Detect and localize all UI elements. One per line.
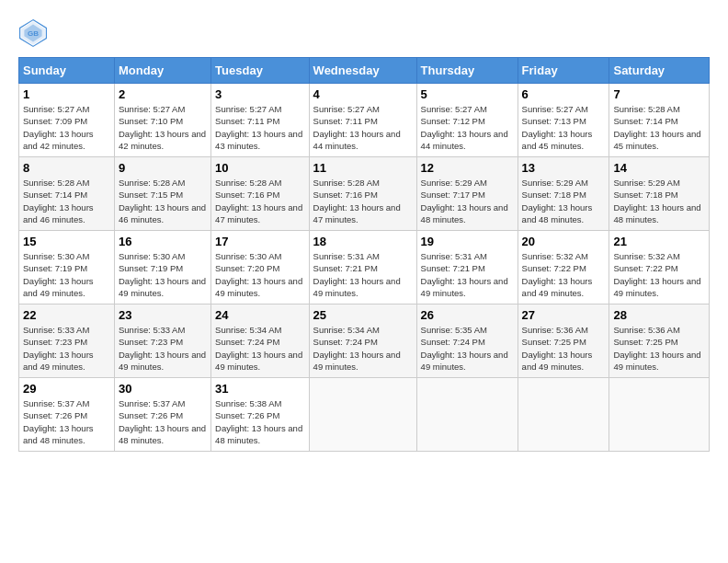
day-info: Sunrise: 5:35 AM Sunset: 7:24 PM Dayligh… — [421, 324, 514, 373]
empty-cell — [309, 378, 416, 452]
day-number: 24 — [215, 308, 305, 322]
sunrise-label: Sunrise: 5:32 AM — [613, 250, 705, 262]
sunset-label: Sunset: 7:24 PM — [313, 336, 413, 348]
sunset-label: Sunset: 7:18 PM — [613, 189, 705, 201]
day-number: 10 — [215, 161, 305, 175]
sunset-label: Sunset: 7:09 PM — [23, 115, 110, 127]
daylight-label: Daylight: 13 hours and 42 minutes. — [23, 128, 110, 153]
daylight-label: Daylight: 13 hours and 48 minutes. — [613, 201, 705, 226]
sunrise-label: Sunrise: 5:31 AM — [313, 250, 413, 262]
daylight-label: Daylight: 13 hours and 46 minutes. — [119, 201, 207, 226]
calendar-table: Sunday Monday Tuesday Wednesday Thursday… — [18, 57, 710, 452]
daylight-label: Daylight: 13 hours and 48 minutes. — [522, 201, 606, 226]
daylight-label: Daylight: 13 hours and 44 minutes. — [313, 128, 413, 153]
day-number: 15 — [23, 235, 110, 248]
day-info: Sunrise: 5:36 AM Sunset: 7:25 PM Dayligh… — [522, 324, 606, 373]
daylight-label: Daylight: 13 hours and 48 minutes. — [215, 422, 305, 447]
day-number: 3 — [215, 87, 305, 101]
daylight-label: Daylight: 13 hours and 49 minutes. — [119, 349, 207, 373]
sunset-label: Sunset: 7:14 PM — [23, 189, 110, 201]
daylight-label: Daylight: 13 hours and 42 minutes. — [119, 128, 207, 153]
day-cell-29: 29 Sunrise: 5:37 AM Sunset: 7:26 PM Dayl… — [19, 378, 115, 452]
sunset-label: Sunset: 7:25 PM — [613, 336, 705, 348]
sunset-label: Sunset: 7:21 PM — [421, 262, 514, 274]
day-cell-27: 27 Sunrise: 5:36 AM Sunset: 7:25 PM Dayl… — [518, 304, 609, 378]
calendar-week-3: 15 Sunrise: 5:30 AM Sunset: 7:19 PM Dayl… — [19, 231, 710, 304]
day-cell-17: 17 Sunrise: 5:30 AM Sunset: 7:20 PM Dayl… — [211, 231, 310, 304]
svg-text:GB: GB — [28, 29, 39, 38]
day-number: 6 — [522, 87, 606, 101]
daylight-label: Daylight: 13 hours and 49 minutes. — [215, 275, 305, 300]
sunrise-label: Sunrise: 5:29 AM — [613, 177, 705, 189]
day-cell-22: 22 Sunrise: 5:33 AM Sunset: 7:23 PM Dayl… — [19, 304, 115, 378]
day-cell-3: 3 Sunrise: 5:27 AM Sunset: 7:11 PM Dayli… — [211, 84, 310, 157]
calendar-week-5: 29 Sunrise: 5:37 AM Sunset: 7:26 PM Dayl… — [19, 378, 710, 452]
day-info: Sunrise: 5:29 AM Sunset: 7:18 PM Dayligh… — [522, 177, 606, 225]
day-cell-2: 2 Sunrise: 5:27 AM Sunset: 7:10 PM Dayli… — [115, 84, 211, 157]
sunset-label: Sunset: 7:21 PM — [313, 262, 413, 274]
day-info: Sunrise: 5:27 AM Sunset: 7:11 PM Dayligh… — [313, 103, 413, 152]
day-number: 12 — [421, 161, 514, 175]
day-cell-31: 31 Sunrise: 5:38 AM Sunset: 7:26 PM Dayl… — [211, 378, 310, 452]
sunrise-label: Sunrise: 5:29 AM — [421, 177, 514, 189]
daylight-label: Daylight: 13 hours and 44 minutes. — [421, 128, 514, 153]
sunrise-label: Sunrise: 5:37 AM — [119, 397, 207, 409]
sunset-label: Sunset: 7:23 PM — [119, 336, 207, 348]
sunrise-label: Sunrise: 5:31 AM — [421, 250, 514, 262]
sunrise-label: Sunrise: 5:27 AM — [23, 103, 110, 115]
sunset-label: Sunset: 7:24 PM — [421, 336, 514, 348]
day-number: 2 — [119, 87, 207, 101]
sunrise-label: Sunrise: 5:27 AM — [215, 103, 305, 115]
sunrise-label: Sunrise: 5:28 AM — [119, 177, 207, 189]
day-number: 7 — [613, 87, 705, 101]
day-cell-21: 21 Sunrise: 5:32 AM Sunset: 7:22 PM Dayl… — [609, 231, 710, 304]
day-cell-25: 25 Sunrise: 5:34 AM Sunset: 7:24 PM Dayl… — [309, 304, 416, 378]
sunrise-label: Sunrise: 5:28 AM — [613, 103, 705, 115]
day-info: Sunrise: 5:32 AM Sunset: 7:22 PM Dayligh… — [522, 250, 606, 299]
day-info: Sunrise: 5:32 AM Sunset: 7:22 PM Dayligh… — [613, 250, 705, 299]
sunset-label: Sunset: 7:24 PM — [215, 336, 305, 348]
day-cell-14: 14 Sunrise: 5:29 AM Sunset: 7:18 PM Dayl… — [609, 157, 710, 231]
sunset-label: Sunset: 7:25 PM — [522, 336, 606, 348]
day-info: Sunrise: 5:37 AM Sunset: 7:26 PM Dayligh… — [119, 397, 207, 446]
day-number: 9 — [119, 161, 207, 175]
sunset-label: Sunset: 7:10 PM — [119, 115, 207, 127]
day-number: 28 — [613, 308, 705, 322]
sunrise-label: Sunrise: 5:36 AM — [522, 324, 606, 336]
day-cell-16: 16 Sunrise: 5:30 AM Sunset: 7:19 PM Dayl… — [115, 231, 211, 304]
day-info: Sunrise: 5:29 AM Sunset: 7:17 PM Dayligh… — [421, 177, 514, 225]
day-number: 29 — [23, 382, 110, 396]
sunrise-label: Sunrise: 5:29 AM — [522, 177, 606, 189]
daylight-label: Daylight: 13 hours and 45 minutes. — [522, 128, 606, 153]
daylight-label: Daylight: 13 hours and 48 minutes. — [23, 422, 110, 447]
sunset-label: Sunset: 7:26 PM — [215, 409, 305, 421]
sunrise-label: Sunrise: 5:36 AM — [613, 324, 705, 336]
day-info: Sunrise: 5:28 AM Sunset: 7:16 PM Dayligh… — [313, 177, 413, 225]
day-number: 8 — [23, 161, 110, 175]
day-info: Sunrise: 5:27 AM Sunset: 7:12 PM Dayligh… — [421, 103, 514, 152]
page-header: GB — [18, 18, 710, 48]
day-number: 17 — [215, 235, 305, 248]
day-info: Sunrise: 5:31 AM Sunset: 7:21 PM Dayligh… — [421, 250, 514, 299]
day-number: 22 — [23, 308, 110, 322]
day-cell-19: 19 Sunrise: 5:31 AM Sunset: 7:21 PM Dayl… — [416, 231, 518, 304]
day-number: 1 — [23, 87, 110, 101]
daylight-label: Daylight: 13 hours and 49 minutes. — [23, 275, 110, 300]
day-info: Sunrise: 5:27 AM Sunset: 7:11 PM Dayligh… — [215, 103, 305, 152]
sunset-label: Sunset: 7:26 PM — [23, 409, 110, 421]
day-cell-15: 15 Sunrise: 5:30 AM Sunset: 7:19 PM Dayl… — [19, 231, 115, 304]
header-thursday: Thursday — [416, 58, 518, 84]
header-friday: Friday — [518, 58, 609, 84]
sunrise-label: Sunrise: 5:28 AM — [23, 177, 110, 189]
daylight-label: Daylight: 13 hours and 49 minutes. — [313, 349, 413, 373]
daylight-label: Daylight: 13 hours and 46 minutes. — [23, 201, 110, 226]
day-cell-23: 23 Sunrise: 5:33 AM Sunset: 7:23 PM Dayl… — [115, 304, 211, 378]
sunrise-label: Sunrise: 5:28 AM — [313, 177, 413, 189]
empty-cell — [416, 378, 518, 452]
header-tuesday: Tuesday — [211, 58, 310, 84]
day-info: Sunrise: 5:30 AM Sunset: 7:19 PM Dayligh… — [23, 250, 110, 299]
day-info: Sunrise: 5:28 AM Sunset: 7:16 PM Dayligh… — [215, 177, 305, 225]
day-info: Sunrise: 5:27 AM Sunset: 7:10 PM Dayligh… — [119, 103, 207, 152]
day-info: Sunrise: 5:28 AM Sunset: 7:15 PM Dayligh… — [119, 177, 207, 225]
sunset-label: Sunset: 7:26 PM — [119, 409, 207, 421]
